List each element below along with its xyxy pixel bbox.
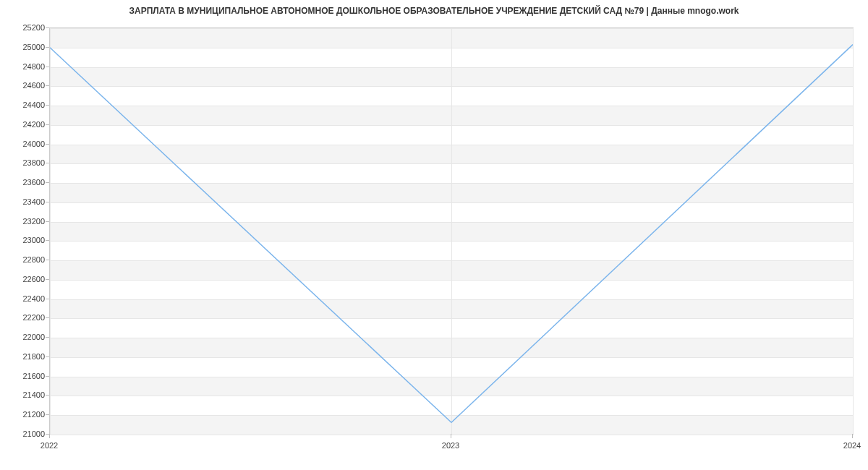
y-tick-label: 24000 <box>22 140 45 148</box>
y-tick-label: 25000 <box>22 43 45 51</box>
y-tick-label: 22600 <box>22 275 45 283</box>
x-tick-label: 2023 <box>442 441 459 450</box>
y-tick-label: 21600 <box>22 372 45 380</box>
y-tick-label: 24600 <box>22 81 45 90</box>
y-tick-label: 23600 <box>22 178 45 187</box>
y-tick-label: 24200 <box>22 120 45 129</box>
y-tick-label: 23000 <box>22 236 45 244</box>
chart-container: ЗАРПЛАТА В МУНИЦИПАЛЬНОЕ АВТОНОМНОЕ ДОШК… <box>0 0 868 470</box>
x-tick-label: 2024 <box>843 441 861 450</box>
plot-area <box>49 27 854 435</box>
y-tick-label: 24800 <box>22 62 45 71</box>
y-tick-label: 23200 <box>22 217 45 226</box>
y-tick-label: 24400 <box>22 101 45 109</box>
y-tick-label: 23800 <box>22 158 45 167</box>
y-tick-label: 23400 <box>22 197 45 206</box>
y-tick-label: 21800 <box>22 352 45 361</box>
y-tick-label: 25200 <box>22 23 45 32</box>
y-tick-label: 22000 <box>22 333 45 341</box>
x-tick-label: 2022 <box>41 441 58 450</box>
y-tick-label: 22800 <box>22 255 45 264</box>
chart-title: ЗАРПЛАТА В МУНИЦИПАЛЬНОЕ АВТОНОМНОЕ ДОШК… <box>0 6 868 16</box>
y-tick-label: 21400 <box>22 390 45 399</box>
y-tick-label: 22400 <box>22 294 45 303</box>
y-tick-label: 22200 <box>22 313 45 322</box>
y-tick-label: 21000 <box>22 430 45 438</box>
data-line <box>50 28 853 435</box>
y-tick-label: 21200 <box>22 410 45 419</box>
